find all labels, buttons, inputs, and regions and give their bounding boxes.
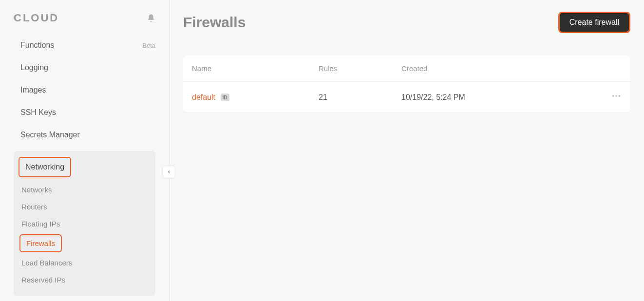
nav-sub-list: Networks Routers Floating IPs Firewalls … xyxy=(14,177,155,288)
svg-point-2 xyxy=(619,95,621,97)
table-header-actions xyxy=(592,64,622,73)
sidebar-header: CLOUD xyxy=(0,12,169,34)
sidebar-item-secrets-manager[interactable]: Secrets Manager xyxy=(0,124,169,146)
more-horizontal-icon xyxy=(611,91,622,104)
id-badge-icon[interactable]: ID xyxy=(221,94,229,101)
main-content: Firewalls Create firewall Name Rules Cre… xyxy=(170,0,644,301)
sidebar-collapse-toggle[interactable] xyxy=(163,166,175,178)
cell-rules: 21 xyxy=(319,93,401,102)
row-actions-menu[interactable] xyxy=(611,91,622,104)
sidebar-item-label: Load Balancers xyxy=(21,259,72,267)
table-header-row: Name Rules Created xyxy=(183,56,630,82)
sidebar-item-load-balancers[interactable]: Load Balancers xyxy=(15,254,155,271)
sidebar-item-label: Routers xyxy=(21,203,47,211)
chevron-left-icon xyxy=(167,168,171,176)
sidebar-item-label: Floating IPs xyxy=(21,220,60,228)
cell-actions xyxy=(592,91,622,104)
sidebar-item-label: Networks xyxy=(21,186,52,194)
brand-logo: CLOUD xyxy=(14,12,59,24)
sidebar-item-label: SSH Keys xyxy=(20,108,56,117)
page-title: Firewalls xyxy=(183,14,246,31)
nav-group-networking: Networking Networks Routers Floating IPs… xyxy=(14,151,155,296)
sidebar-item-firewalls[interactable]: Firewalls xyxy=(19,234,62,252)
sidebar-item-label: Reserved IPs xyxy=(21,276,65,284)
svg-point-0 xyxy=(612,95,614,97)
sidebar-item-label: Logging xyxy=(20,63,48,72)
sidebar-item-routers[interactable]: Routers xyxy=(15,198,155,215)
sidebar-item-label: Functions xyxy=(20,41,54,50)
create-firewall-button[interactable]: Create firewall xyxy=(558,12,630,33)
svg-point-1 xyxy=(615,95,617,97)
sidebar-item-reserved-ips[interactable]: Reserved IPs xyxy=(15,271,155,288)
table-header-created: Created xyxy=(401,64,592,73)
firewalls-table: Name Rules Created default ID 21 10/19/2… xyxy=(183,56,630,113)
sidebar-group-networking[interactable]: Networking xyxy=(19,157,71,177)
sidebar: CLOUD Functions Beta Logging Images SSH … xyxy=(0,0,170,301)
sidebar-item-floating-ips[interactable]: Floating IPs xyxy=(15,215,155,232)
cell-created: 10/19/22, 5:24 PM xyxy=(401,93,592,102)
main-header: Firewalls Create firewall xyxy=(183,12,630,33)
sidebar-item-label: Images xyxy=(20,86,46,94)
firewall-name-link[interactable]: default xyxy=(192,93,215,101)
beta-badge: Beta xyxy=(142,42,155,49)
table-header-rules: Rules xyxy=(319,64,401,73)
sidebar-item-logging[interactable]: Logging xyxy=(0,56,169,79)
nav-list: Functions Beta Logging Images SSH Keys S… xyxy=(0,34,169,146)
table-row: default ID 21 10/19/22, 5:24 PM xyxy=(183,82,630,113)
table-header-name: Name xyxy=(192,64,319,73)
sidebar-item-label: Firewalls xyxy=(26,239,55,247)
sidebar-item-ssh-keys[interactable]: SSH Keys xyxy=(0,101,169,124)
cell-name: default ID xyxy=(192,93,319,102)
bell-icon[interactable] xyxy=(147,14,155,22)
sidebar-item-images[interactable]: Images xyxy=(0,79,169,101)
sidebar-item-networks[interactable]: Networks xyxy=(15,181,155,198)
sidebar-item-label: Secrets Manager xyxy=(20,131,80,139)
sidebar-item-functions[interactable]: Functions Beta xyxy=(0,34,169,56)
